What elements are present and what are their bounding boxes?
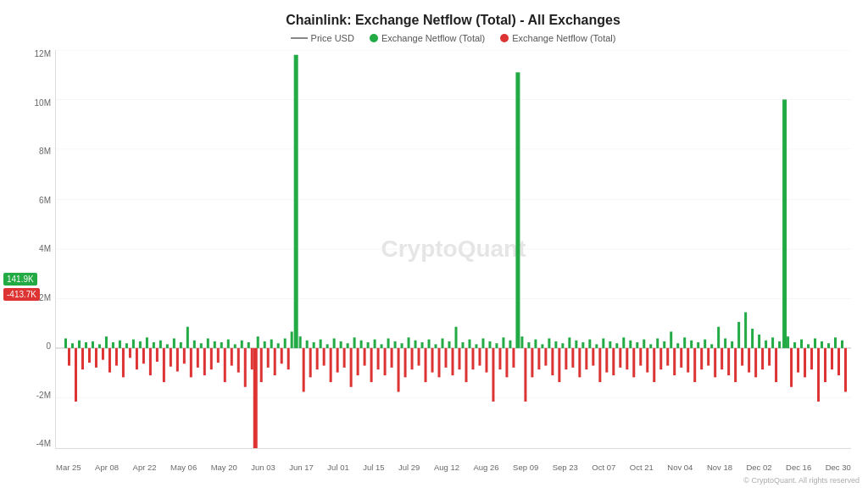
svg-rect-91 — [337, 348, 339, 373]
svg-rect-211 — [748, 348, 750, 373]
svg-rect-156 — [561, 343, 564, 348]
svg-rect-99 — [364, 348, 366, 366]
svg-rect-29 — [119, 341, 121, 348]
x-label-nov04: Nov 04 — [667, 463, 693, 472]
svg-rect-93 — [343, 348, 346, 368]
svg-rect-177 — [632, 348, 635, 377]
svg-rect-233 — [827, 343, 830, 348]
svg-rect-39 — [153, 342, 155, 348]
svg-rect-234 — [831, 348, 833, 369]
svg-rect-127 — [458, 348, 460, 369]
svg-rect-163 — [585, 348, 587, 369]
x-label-jul15: Jul 15 — [363, 463, 384, 472]
svg-rect-40 — [156, 348, 159, 362]
svg-rect-215 — [761, 348, 764, 369]
svg-rect-203 — [721, 348, 723, 369]
svg-rect-217 — [768, 348, 771, 366]
svg-rect-42 — [163, 348, 165, 382]
svg-rect-112 — [408, 337, 410, 348]
svg-rect-195 — [693, 348, 696, 382]
svg-rect-144 — [520, 336, 523, 348]
svg-rect-16 — [75, 348, 77, 402]
svg-rect-225 — [800, 340, 803, 348]
svg-rect-236 — [837, 348, 840, 375]
svg-rect-48 — [183, 348, 186, 363]
svg-rect-185 — [659, 348, 662, 369]
x-label-apr08: Apr 08 — [95, 463, 119, 472]
svg-rect-128 — [461, 342, 464, 348]
svg-rect-56 — [210, 348, 213, 369]
svg-rect-159 — [571, 348, 574, 368]
svg-rect-73 — [270, 340, 273, 348]
green-dot-icon — [370, 34, 378, 42]
x-label-may20: May 20 — [211, 463, 237, 472]
svg-rect-202 — [717, 327, 720, 348]
svg-rect-84 — [313, 342, 315, 348]
x-label-sep09: Sep 09 — [513, 463, 538, 472]
svg-rect-108 — [394, 341, 397, 348]
svg-rect-85 — [316, 348, 319, 369]
svg-rect-220 — [778, 341, 781, 348]
svg-rect-75 — [277, 343, 280, 348]
chart-legend: Price USD Exchange Netflow (Total) Excha… — [55, 33, 851, 43]
svg-rect-37 — [146, 337, 148, 348]
svg-rect-61 — [227, 340, 230, 348]
svg-rect-214 — [758, 335, 760, 348]
svg-rect-160 — [575, 341, 577, 348]
svg-rect-125 — [452, 348, 454, 375]
svg-rect-47 — [180, 342, 182, 348]
svg-rect-143 — [512, 348, 515, 368]
svg-rect-134 — [481, 338, 484, 347]
svg-rect-197 — [700, 348, 703, 369]
svg-rect-76 — [281, 348, 283, 363]
svg-rect-172 — [615, 343, 618, 348]
svg-rect-45 — [173, 338, 175, 347]
svg-rect-79 — [291, 331, 293, 347]
svg-rect-30 — [122, 348, 125, 377]
svg-rect-131 — [471, 348, 474, 369]
svg-rect-24 — [102, 348, 104, 360]
svg-rect-132 — [475, 344, 477, 348]
svg-rect-190 — [676, 343, 679, 348]
bars-svg — [56, 50, 851, 448]
svg-rect-55 — [207, 338, 209, 347]
svg-rect-21 — [92, 341, 94, 348]
svg-rect-17 — [78, 341, 81, 348]
svg-rect-192 — [683, 337, 686, 348]
svg-rect-194 — [690, 341, 693, 348]
svg-rect-107 — [391, 348, 393, 368]
y-label-neg4m: -4M — [7, 440, 51, 448]
svg-rect-119 — [431, 348, 434, 373]
svg-rect-12 — [782, 99, 787, 347]
y-label-neg2m: -2M — [7, 391, 51, 400]
svg-rect-188 — [670, 331, 672, 347]
svg-rect-218 — [771, 337, 774, 348]
y-label-12m: 12M — [7, 50, 51, 58]
svg-rect-89 — [330, 348, 332, 382]
svg-rect-94 — [347, 343, 349, 348]
svg-rect-96 — [353, 337, 356, 348]
svg-rect-60 — [224, 348, 226, 382]
svg-rect-171 — [612, 348, 615, 375]
svg-rect-77 — [284, 338, 287, 347]
svg-rect-209 — [741, 348, 743, 366]
svg-rect-155 — [558, 348, 560, 382]
svg-rect-104 — [381, 344, 383, 348]
svg-rect-52 — [197, 348, 199, 368]
svg-rect-191 — [680, 348, 682, 368]
svg-rect-10 — [253, 348, 258, 448]
svg-rect-161 — [578, 348, 581, 377]
svg-rect-142 — [509, 341, 511, 348]
svg-rect-32 — [129, 348, 131, 358]
svg-rect-157 — [565, 348, 567, 369]
svg-rect-158 — [568, 337, 570, 348]
svg-rect-140 — [502, 337, 504, 348]
svg-rect-22 — [95, 348, 97, 368]
svg-rect-101 — [370, 348, 373, 382]
svg-rect-139 — [498, 348, 501, 369]
svg-rect-13 — [64, 338, 67, 347]
svg-rect-181 — [646, 348, 648, 373]
svg-rect-138 — [495, 343, 498, 348]
copyright: © CryptoQuant. All rights reserved — [743, 476, 860, 485]
svg-rect-118 — [428, 340, 431, 348]
